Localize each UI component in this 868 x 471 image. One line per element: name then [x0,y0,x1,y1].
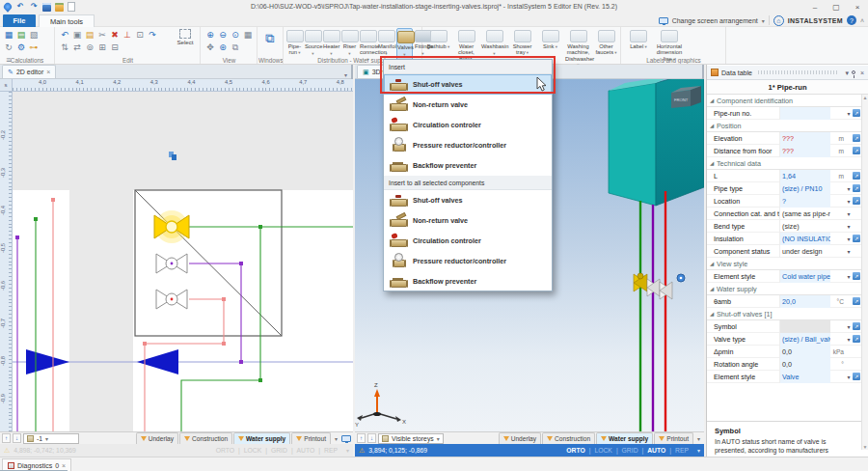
align-icon[interactable]: ⇅ [59,42,70,53]
redo-icon[interactable]: ↷ [147,29,158,41]
help-icon[interactable]: ? [847,15,856,25]
chevron-down-icon[interactable]: ▾ [845,223,853,230]
chevron-down-icon[interactable]: ▾ [845,110,853,117]
chevron-down-icon[interactable]: ▾ [695,435,702,442]
status-flag[interactable]: GRID [263,447,289,454]
2d-drawing-canvas[interactable] [13,92,353,431]
zoom-out-icon[interactable]: ⊖ [217,29,229,41]
property-row[interactable]: ◢ Position [707,120,861,132]
maximize-button[interactable]: ▢ [826,0,847,14]
zoom-in-icon[interactable]: ⊕ [204,29,216,41]
grid-icon[interactable]: ▦ [242,29,254,41]
chevron-down-icon[interactable]: ▾ [845,374,853,380]
property-row[interactable]: Pipe-run no. ▾ ↗ [707,107,861,120]
menu-item[interactable]: Circulation controler [384,231,552,251]
inherit-link-icon[interactable]: ↗ [853,134,860,142]
lock-icon[interactable]: ⊡ [134,29,146,41]
close-button[interactable]: × [847,0,868,14]
close-icon[interactable]: × [46,69,50,75]
close-icon[interactable]: × [62,462,66,469]
paste-icon[interactable]: ▤ [84,29,95,41]
inherit-link-icon[interactable]: ↗ [853,322,860,330]
property-row[interactable]: Component status under design ▾ ↗ [707,245,861,258]
layer-tab[interactable]: Construction [542,432,595,444]
menu-item[interactable]: Circulation controler [384,115,552,135]
warning-icon[interactable]: ⚠ [359,447,365,454]
property-row[interactable]: Connection cat. and type (same as pipe-r… [707,208,861,220]
key-icon[interactable]: ⊶ [28,42,40,53]
ribbon-collapse-icon[interactable]: ˄ [860,17,864,24]
chevron-down-icon[interactable]: ▾ [845,210,853,217]
property-row[interactable]: L 1,64 m ▾ ↗ [707,170,861,182]
property-row[interactable]: Element style Cold water pipe-run ▾ ↗ [707,270,861,283]
save-icon[interactable] [42,3,51,12]
tab-file[interactable]: File [3,14,36,27]
menu-item[interactable]: Pressure reductor/controller [384,135,552,155]
redo-icon[interactable]: ↷ [29,2,39,12]
calculator-icon[interactable]: ▦ [3,29,14,41]
menu-item[interactable]: Non-return valve [384,210,552,231]
property-row[interactable]: Distance from floor ??? m ▾ ↗ [707,145,861,157]
layers-icon[interactable]: ⧉ [230,42,241,53]
chevron-down-icon[interactable]: ▾ [845,198,853,205]
inherit-link-icon[interactable]: ↗ [853,335,860,343]
inherit-link-icon[interactable]: ↗ [853,235,860,242]
storey-down-icon[interactable]: ↓ [367,433,376,443]
mirror-icon[interactable]: ⇄ [71,42,83,53]
flag-icon[interactable]: ⊥ [122,29,133,41]
visible-storeys-selector[interactable]: Visible storeys ▾ [378,433,444,444]
property-row[interactable]: ◢ Component identification [707,95,861,107]
tab-main-tools[interactable]: Main tools [39,14,95,27]
pin-icon[interactable] [852,70,855,74]
inherit-link-icon[interactable]: ↗ [853,147,860,154]
tab-2d-editor[interactable]: ✎ 2D editor × [2,65,56,78]
property-row[interactable]: Bend type (size) ▾ ↗ [707,220,861,233]
menu-item[interactable]: Backflow preventer [384,271,552,291]
chevron-down-icon[interactable]: ▾ [845,69,849,76]
property-row[interactable]: ◢ View style [707,258,861,270]
ribbon-button[interactable]: Other faucets [593,28,619,69]
copy-icon[interactable]: ▣ [71,29,83,41]
inherit-link-icon[interactable]: ↗ [853,373,860,380]
status-flag[interactable]: REP [316,447,339,454]
status-flag[interactable]: REP [667,447,691,454]
layer-tab[interactable]: Printout [291,432,331,444]
inherit-link-icon[interactable]: ↗ [853,272,860,280]
options-icon[interactable]: ⚙ [15,42,27,53]
new-file-icon[interactable] [68,2,75,12]
layer-tab[interactable]: Underlay [136,432,178,444]
delete-icon[interactable]: ✖ [109,29,121,41]
property-row[interactable]: Δpmin 0,0 kPa ▾ ↗ [707,346,861,358]
inherit-link-icon[interactable]: ↗ [853,109,860,117]
chevron-down-icon[interactable]: ▾ [845,185,853,192]
package-icon[interactable] [55,3,64,12]
drag-handle[interactable] [758,70,839,74]
chevron-down-icon[interactable]: ▾ [845,336,853,343]
inherit-link-icon[interactable]: ↗ [853,197,860,205]
chevron-down-icon[interactable]: ▾ [845,273,853,280]
property-row[interactable]: Location ? ▾ ↗ [707,195,861,208]
rotate-icon[interactable]: ⊚ [84,42,95,53]
undo-icon[interactable]: ↶ [15,2,25,12]
results-icon[interactable]: ▤ [15,29,27,41]
chevron-down-icon[interactable]: ▾ [845,323,853,330]
property-row[interactable]: Valve type (size) / Ball_valve ▾ ↗ [707,333,861,346]
report-icon[interactable]: ▧ [28,29,40,41]
layer-tab[interactable]: Water supply [596,432,653,444]
property-row[interactable]: Rotation angle 0,0 ° ▾ ↗ [707,358,861,371]
windows-icon[interactable]: ⧉ [261,29,279,46]
pan-icon[interactable]: ✥ [204,42,216,53]
inherit-link-icon[interactable]: ↗ [853,184,860,192]
storey-selector[interactable]: -1 ▾ [23,433,79,444]
chevron-down-icon[interactable]: ▾ [346,447,349,454]
status-flag[interactable]: LOCK [236,447,263,454]
storey-down-icon[interactable]: ↓ [13,433,21,443]
refresh-icon[interactable]: ↻ [3,42,14,53]
change-screen-arrangement[interactable]: Change screen arrangement [672,17,758,24]
layer-tab[interactable]: Construction [179,432,232,444]
select-button[interactable]: Select [173,29,198,45]
layer-tab[interactable]: Underlay [499,432,541,444]
warning-icon[interactable]: ⚠ [4,447,10,454]
layer-tab[interactable]: Printout [654,432,693,444]
property-row[interactable]: Insulation (NO INSULATION) ▾ ↗ [707,233,861,245]
